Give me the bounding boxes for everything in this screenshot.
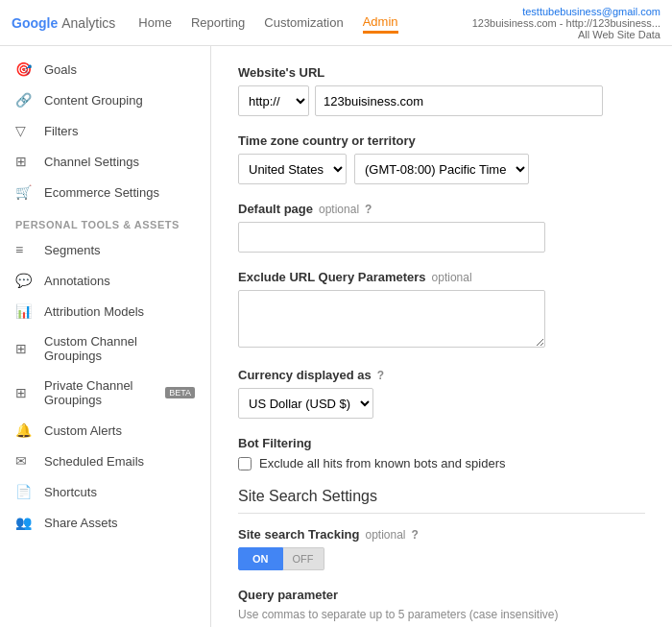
tracking-help-icon[interactable]: ?: [412, 528, 419, 542]
sidebar-label-share-assets: Share Assets: [44, 516, 118, 530]
analytics-text: Analytics: [61, 15, 115, 31]
beta-badge: BETA: [165, 387, 195, 398]
user-data: All Web Site Data: [472, 29, 660, 40]
tz-select[interactable]: (GMT-08:00) Pacific Time: [354, 154, 529, 184]
currency-group: Currency displayed as ? US Dollar (USD $…: [238, 368, 645, 419]
custom-channel-icon: ⊞: [15, 341, 35, 356]
website-url-group: Website's URL http:// https://: [238, 65, 645, 116]
query-param-description: Use commas to separate up to 5 parameter…: [238, 608, 645, 621]
currency-label: Currency displayed as ?: [238, 368, 645, 382]
default-page-input[interactable]: [238, 222, 545, 253]
tracking-toggle-on[interactable]: ON: [238, 547, 283, 570]
exclude-url-label: Exclude URL Query Parameters optional: [238, 270, 645, 284]
bot-filtering-checkbox-label: Exclude all hits from known bots and spi…: [259, 456, 506, 470]
sidebar-item-channel-settings[interactable]: ⊞ Channel Settings: [0, 146, 210, 177]
site-search-tracking-label: Site search Tracking optional ?: [238, 527, 645, 542]
sidebar-label-annotations: Annotations: [44, 274, 110, 288]
query-param-group: Query parameter Use commas to separate u…: [238, 588, 645, 627]
timezone-selects: United States (GMT-08:00) Pacific Time: [238, 154, 645, 184]
country-select[interactable]: United States: [238, 154, 347, 184]
sidebar-item-attribution[interactable]: 📊 Attribution Models: [0, 296, 210, 326]
site-search-tracking-group: Site search Tracking optional ? ON OFF: [238, 527, 645, 570]
sidebar: 🎯 Goals 🔗 Content Grouping ▽ Filters ⊞ C…: [0, 46, 211, 627]
nav-customization[interactable]: Customization: [264, 13, 343, 32]
nav-reporting[interactable]: Reporting: [191, 13, 245, 32]
exclude-url-optional: optional: [432, 271, 472, 284]
default-page-optional: optional: [319, 203, 359, 216]
sidebar-label-scheduled-emails: Scheduled Emails: [44, 454, 144, 469]
currency-help-icon[interactable]: ?: [377, 369, 384, 382]
sidebar-item-share-assets[interactable]: 👥 Share Assets: [0, 507, 210, 538]
sidebar-label-channel-settings: Channel Settings: [44, 155, 139, 169]
sidebar-item-segments[interactable]: ≡ Segments: [0, 234, 210, 265]
sidebar-label-ecommerce: Ecommerce Settings: [44, 185, 159, 200]
content-grouping-icon: 🔗: [15, 92, 35, 108]
sidebar-item-custom-channel[interactable]: ⊞ Custom Channel Groupings: [0, 326, 210, 371]
sidebar-item-private-channel[interactable]: ⊞ Private Channel Groupings BETA: [0, 371, 210, 415]
segments-icon: ≡: [15, 242, 35, 257]
main-content: Website's URL http:// https:// Time zone…: [211, 46, 672, 627]
user-site: 123buisiness.com - http://123business...: [472, 17, 660, 29]
sidebar-label-shortcuts: Shortcuts: [44, 485, 97, 499]
default-page-group: Default page optional ?: [238, 202, 645, 253]
user-info: testtubebusiness@gmail.com 123buisiness.…: [472, 6, 660, 40]
sidebar-item-shortcuts[interactable]: 📄 Shortcuts: [0, 476, 210, 507]
goals-icon: 🎯: [15, 61, 35, 77]
filters-icon: ▽: [15, 123, 35, 138]
default-page-label: Default page optional ?: [238, 202, 645, 216]
sidebar-item-ecommerce[interactable]: 🛒 Ecommerce Settings: [0, 177, 210, 207]
scheduled-emails-icon: ✉: [15, 453, 35, 469]
tracking-optional: optional: [365, 528, 405, 542]
main-layout: 🎯 Goals 🔗 Content Grouping ▽ Filters ⊞ C…: [0, 46, 672, 627]
channel-settings-icon: ⊞: [15, 154, 35, 169]
sidebar-label-filters: Filters: [44, 124, 78, 138]
sidebar-label-custom-channel: Custom Channel Groupings: [44, 334, 195, 363]
protocol-select[interactable]: http:// https://: [238, 85, 309, 116]
sidebar-label-custom-alerts: Custom Alerts: [44, 423, 122, 438]
timezone-label: Time zone country or territory: [238, 133, 645, 148]
custom-alerts-icon: 🔔: [15, 422, 35, 438]
sidebar-item-goals[interactable]: 🎯 Goals: [0, 54, 210, 84]
logo: Google Analytics: [12, 15, 115, 31]
sidebar-label-private-channel: Private Channel Groupings: [44, 378, 161, 407]
share-assets-icon: 👥: [15, 515, 35, 530]
sidebar-label-segments: Segments: [44, 243, 101, 257]
sidebar-label-content-grouping: Content Grouping: [44, 93, 143, 108]
sidebar-item-filters[interactable]: ▽ Filters: [0, 115, 210, 146]
sidebar-label-attribution: Attribution Models: [44, 304, 144, 319]
nav-links: Home Reporting Customization Admin: [138, 12, 471, 34]
sidebar-item-annotations[interactable]: 💬 Annotations: [0, 265, 210, 296]
query-param-label: Query parameter: [238, 588, 645, 602]
url-input-group: http:// https://: [238, 85, 645, 116]
shortcuts-icon: 📄: [15, 484, 35, 499]
bot-filtering-label: Bot Filtering: [238, 436, 645, 450]
url-input[interactable]: [315, 85, 603, 116]
tracking-toggle-off[interactable]: OFF: [283, 547, 324, 570]
personal-tools-section-label: PERSONAL TOOLS & ASSETS: [0, 207, 210, 234]
bot-filtering-group: Bot Filtering Exclude all hits from know…: [238, 436, 645, 470]
annotations-icon: 💬: [15, 273, 35, 288]
bot-filtering-checkbox[interactable]: [238, 457, 252, 470]
attribution-icon: 📊: [15, 303, 35, 319]
private-channel-icon: ⊞: [15, 385, 35, 400]
exclude-url-group: Exclude URL Query Parameters optional: [238, 270, 645, 350]
top-nav: Google Analytics Home Reporting Customiz…: [0, 0, 672, 46]
exclude-url-textarea[interactable]: [238, 290, 545, 348]
bot-filtering-checkbox-row: Exclude all hits from known bots and spi…: [238, 456, 645, 470]
sidebar-item-scheduled-emails[interactable]: ✉ Scheduled Emails: [0, 446, 210, 476]
google-text: Google: [12, 15, 58, 31]
currency-select[interactable]: US Dollar (USD $): [238, 388, 373, 419]
ecommerce-icon: 🛒: [15, 184, 35, 200]
tracking-toggle: ON OFF: [238, 547, 645, 570]
user-email: testtubebusiness@gmail.com: [472, 6, 660, 17]
timezone-group: Time zone country or territory United St…: [238, 133, 645, 184]
sidebar-item-content-grouping[interactable]: 🔗 Content Grouping: [0, 84, 210, 115]
nav-home[interactable]: Home: [138, 13, 172, 32]
sidebar-item-custom-alerts[interactable]: 🔔 Custom Alerts: [0, 415, 210, 446]
default-page-help-icon[interactable]: ?: [365, 203, 372, 216]
sidebar-label-goals: Goals: [44, 62, 77, 77]
nav-admin[interactable]: Admin: [363, 12, 398, 34]
website-url-label: Website's URL: [238, 65, 645, 80]
site-search-section-title: Site Search Settings: [238, 488, 645, 514]
